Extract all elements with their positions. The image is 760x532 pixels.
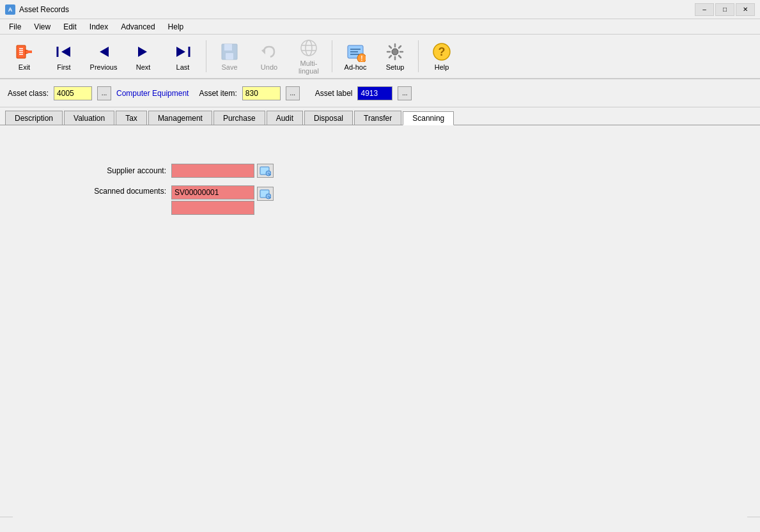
title-bar: A Asset Records – □ ✕: [0, 0, 760, 19]
multilingual-label: Multi-lingual: [293, 59, 325, 75]
app-icon: A: [5, 4, 15, 15]
svg-point-20: [306, 40, 312, 56]
undo-button: Undo: [250, 37, 288, 75]
help-icon: ?: [431, 42, 452, 62]
help-button[interactable]: ? Help: [423, 37, 461, 75]
asset-item-browse[interactable]: ...: [286, 86, 300, 100]
asset-label-browse[interactable]: ...: [398, 86, 412, 100]
toolbar: Exit First Previous Next: [0, 35, 760, 79]
tab-description[interactable]: Description: [5, 111, 63, 125]
first-button[interactable]: First: [45, 37, 83, 75]
separator-2: [332, 40, 332, 72]
tab-audit[interactable]: Audit: [267, 111, 303, 125]
svg-rect-2: [17, 45, 26, 58]
multilingual-icon: [299, 38, 319, 58]
save-label: Save: [221, 63, 237, 71]
menu-file[interactable]: File: [3, 21, 27, 33]
scanning-panel: Supplier account: Scanned documents:: [13, 164, 747, 529]
svg-marker-12: [138, 47, 147, 57]
svg-point-29: [392, 49, 398, 55]
help-label: Help: [435, 63, 449, 71]
menu-edit[interactable]: Edit: [57, 21, 83, 33]
tab-disposal[interactable]: Disposal: [304, 111, 353, 125]
tab-purchase[interactable]: Purchase: [213, 111, 265, 125]
scanned-documents-container: [171, 185, 254, 215]
next-icon: [133, 42, 153, 62]
tab-tax[interactable]: Tax: [116, 111, 147, 125]
tab-management[interactable]: Management: [148, 111, 212, 125]
supplier-account-label: Supplier account:: [64, 166, 166, 175]
tab-scanning[interactable]: Scanning: [403, 111, 454, 125]
maximize-button[interactable]: □: [715, 3, 734, 16]
tab-valuation[interactable]: Valuation: [64, 111, 114, 125]
scanned-documents-input-2[interactable]: [171, 201, 254, 215]
asset-fields-bar: Asset class: 4005 ... Computer Equipment…: [0, 79, 760, 107]
asset-class-computed: Computer Equipment: [116, 89, 189, 98]
minimize-button[interactable]: –: [695, 3, 714, 16]
asset-label-label: Asset label: [315, 89, 353, 98]
previous-icon: [93, 42, 114, 62]
next-label: Next: [136, 63, 151, 71]
last-button[interactable]: Last: [164, 37, 202, 75]
previous-button[interactable]: Previous: [84, 37, 123, 75]
svg-rect-16: [224, 44, 232, 51]
separator-1: [206, 40, 206, 72]
tab-transfer[interactable]: Transfer: [354, 111, 401, 125]
svg-rect-4: [26, 51, 32, 53]
adhoc-button[interactable]: ! Ad-hoc: [336, 37, 375, 75]
menu-view[interactable]: View: [27, 21, 57, 33]
scanned-documents-label: Scanned documents:: [64, 187, 166, 196]
undo-label: Undo: [261, 63, 277, 71]
asset-class-input[interactable]: 4005: [54, 86, 92, 100]
adhoc-label: Ad-hoc: [345, 63, 367, 71]
supplier-account-browse[interactable]: [257, 164, 274, 178]
setup-label: Setup: [386, 63, 405, 71]
menu-help[interactable]: Help: [162, 21, 190, 33]
exit-button[interactable]: Exit: [5, 37, 43, 75]
scanned-documents-browse[interactable]: [257, 187, 274, 201]
svg-text:!: !: [361, 55, 362, 62]
separator-3: [418, 40, 419, 72]
asset-item-input[interactable]: 830: [242, 86, 281, 100]
window-title: Asset Records: [19, 5, 695, 14]
asset-class-browse[interactable]: ...: [97, 86, 111, 100]
save-button: Save: [210, 37, 249, 75]
svg-rect-17: [226, 53, 233, 59]
setup-icon: [385, 42, 405, 62]
adhoc-icon: !: [345, 42, 366, 62]
supplier-account-input[interactable]: [171, 164, 254, 178]
menu-index[interactable]: Index: [83, 21, 114, 33]
asset-class-label: Asset class:: [8, 89, 49, 98]
exit-icon: [14, 42, 35, 62]
previous-label: Previous: [90, 63, 118, 71]
last-label: Last: [176, 63, 190, 71]
scanned-documents-input-1[interactable]: [171, 185, 254, 199]
close-button[interactable]: ✕: [736, 3, 755, 16]
svg-text:?: ?: [438, 45, 446, 58]
window-controls: – □ ✕: [695, 3, 755, 16]
setup-button[interactable]: Setup: [376, 37, 414, 75]
last-icon: [173, 42, 193, 62]
svg-text:A: A: [8, 6, 13, 13]
exit-label: Exit: [19, 63, 30, 71]
scanned-documents-row: Scanned documents:: [64, 185, 747, 215]
svg-marker-14: [176, 47, 185, 57]
svg-marker-11: [100, 47, 109, 57]
svg-marker-18: [261, 48, 265, 54]
menu-bar: File View Edit Index Advanced Help: [0, 19, 760, 35]
asset-item-label: Asset item:: [199, 89, 237, 98]
tabs-bar: Description Valuation Tax Management Pur…: [0, 107, 760, 125]
asset-label-input[interactable]: 4913: [357, 86, 392, 100]
supplier-account-row: Supplier account:: [64, 164, 747, 178]
first-label: First: [57, 63, 70, 71]
first-icon: [54, 42, 74, 62]
svg-point-19: [301, 40, 316, 56]
main-content: Supplier account: Scanned documents:: [0, 125, 760, 517]
undo-icon: [259, 42, 279, 62]
menu-advanced[interactable]: Advanced: [114, 21, 161, 33]
svg-marker-10: [61, 47, 70, 57]
save-icon: [219, 42, 240, 62]
next-button[interactable]: Next: [124, 37, 162, 75]
multilingual-button: Multi-lingual: [290, 37, 328, 75]
